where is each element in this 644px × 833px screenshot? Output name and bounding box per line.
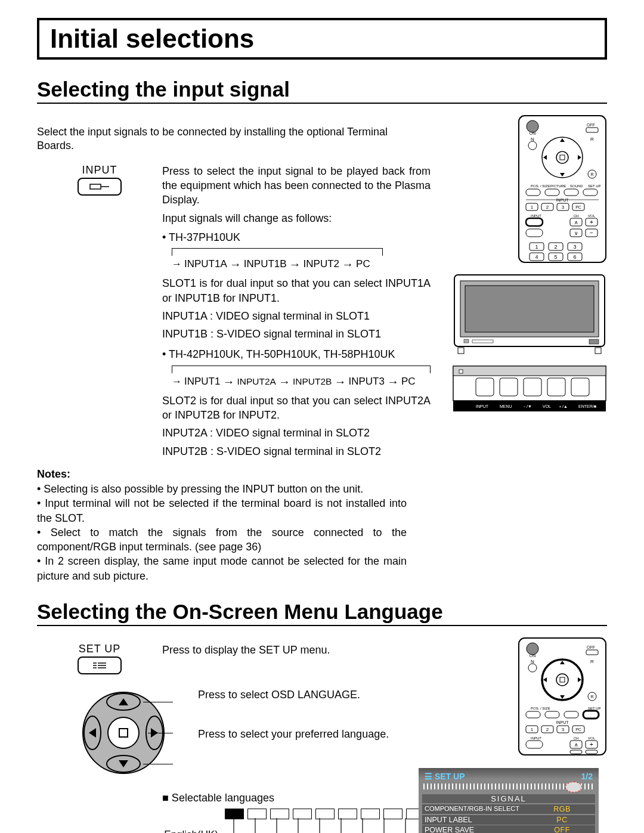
- slot1-c: INPUT1B : S-VIDEO signal terminal in SLO…: [162, 327, 431, 341]
- control-panel-illustration: INPUT MENU －/▼ VOL ＋/▲ ENTER/■: [452, 365, 607, 413]
- svg-text:VOL: VOL: [588, 214, 596, 218]
- svg-rect-65: [464, 339, 469, 343]
- setup-remote-button[interactable]: [78, 657, 122, 674]
- svg-text:PC: PC: [575, 205, 581, 209]
- model-b: • TH-42PH10UK, TH-50PH10UK, TH-58PH10UK: [162, 347, 431, 361]
- svg-text:MENU: MENU: [500, 404, 512, 408]
- svg-text:∨: ∨: [574, 230, 578, 236]
- svg-text:3: 3: [573, 244, 576, 250]
- svg-text:6: 6: [573, 254, 576, 260]
- lang-0: English(UK): [162, 829, 218, 833]
- svg-text:+: +: [590, 219, 593, 225]
- slot2-a: SLOT2 is for dual input so that you can …: [162, 394, 431, 423]
- svg-rect-75: [524, 378, 541, 396]
- svg-text:POS. / SIZE: POS. / SIZE: [531, 707, 550, 710]
- svg-text:INPUT: INPUT: [556, 720, 569, 724]
- svg-text:－/▼: －/▼: [522, 404, 532, 408]
- svg-rect-0: [90, 184, 101, 189]
- slot2-b: INPUT2A : VIDEO signal terminal in SLOT2: [162, 426, 431, 440]
- svg-text:INPUT: INPUT: [476, 404, 489, 408]
- input-button-icon: [89, 182, 110, 191]
- osd-page: 1/2: [581, 772, 593, 781]
- svg-text:VOL: VOL: [588, 736, 596, 740]
- svg-text:R: R: [590, 659, 594, 664]
- notes-label: Notes:: [37, 468, 407, 481]
- svg-text:3: 3: [562, 727, 565, 732]
- osd-signal[interactable]: SIGNAL: [422, 794, 595, 803]
- svg-text:+: +: [590, 741, 593, 748]
- svg-text:4: 4: [535, 254, 538, 260]
- seq-b-2: INPUT2B: [293, 376, 332, 388]
- notes-list: Selecting is also possible by pressing t…: [37, 482, 407, 583]
- slot1-b: INPUT1A : VIDEO signal terminal in SLOT1: [162, 309, 431, 323]
- selectable-languages-label: ■ Selectable languages: [162, 791, 407, 805]
- svg-text:∧: ∧: [574, 219, 578, 225]
- step1: Press to display the SET UP menu.: [162, 643, 407, 657]
- menu-icon: [91, 661, 109, 670]
- svg-text:R: R: [590, 172, 593, 176]
- seq-a-1: INPUT1B: [244, 258, 287, 271]
- svg-text:1: 1: [531, 727, 534, 732]
- remote-illustration-2: ON OFF N R R POS. / SIZE SET UP: [518, 637, 607, 756]
- svg-text:＋/▲: ＋/▲: [558, 404, 568, 408]
- svg-text:∧: ∧: [574, 742, 578, 748]
- svg-text:INPUT: INPUT: [556, 198, 569, 202]
- svg-text:SOUND: SOUND: [570, 184, 583, 188]
- osd-title: ☰SET UP: [425, 772, 465, 781]
- section1-intro: Select the input signals to be connected…: [37, 125, 407, 153]
- svg-text:1: 1: [531, 205, 534, 210]
- svg-rect-74: [500, 378, 518, 396]
- svg-text:3: 3: [562, 205, 565, 210]
- svg-rect-64: [465, 286, 594, 332]
- tv-illustration: [452, 272, 607, 356]
- section1-heading: Selecting the input signal: [37, 78, 607, 104]
- svg-rect-77: [571, 378, 589, 396]
- seq-b-0: INPUT1: [184, 375, 220, 389]
- slot2-c: INPUT2B : S-VIDEO signal terminal in SLO…: [162, 444, 431, 459]
- svg-rect-72: [459, 370, 463, 373]
- seq-a-3: PC: [356, 258, 370, 271]
- svg-rect-69: [595, 348, 601, 354]
- setup-button-label: SET UP: [37, 643, 162, 655]
- osd-row-2[interactable]: POWER SAVEOFF: [422, 825, 595, 833]
- svg-point-3: [527, 120, 538, 132]
- svg-text:OFF: OFF: [587, 645, 595, 649]
- svg-rect-76: [547, 378, 565, 396]
- svg-text:PICTURE: PICTURE: [550, 184, 566, 188]
- section2-heading: Selecting the On-Screen Menu Language: [37, 600, 607, 626]
- page-title-box: Initial selections: [37, 18, 607, 60]
- svg-text:1: 1: [535, 244, 538, 250]
- svg-text:PC: PC: [575, 727, 581, 732]
- input-remote-button[interactable]: [78, 178, 122, 196]
- svg-text:ON: ON: [530, 131, 536, 135]
- seq-b-1: INPUT2A: [237, 376, 275, 388]
- svg-text:OFF: OFF: [587, 123, 595, 127]
- sequence-a: → INPUT1A → INPUT1B → INPUT2 → PC: [168, 248, 383, 272]
- desc1: Press to select the input signal to be p…: [162, 164, 431, 208]
- note-3: In 2 screen display, the same input mode…: [37, 554, 407, 583]
- seq-b-4: PC: [401, 375, 416, 389]
- svg-text:SET UP: SET UP: [588, 184, 601, 188]
- svg-rect-67: [589, 339, 599, 344]
- svg-text:−: −: [590, 230, 593, 236]
- svg-rect-68: [458, 348, 464, 354]
- sequence-b: → INPUT1 → INPUT2A → INPUT2B → INPUT3 → …: [168, 366, 431, 390]
- svg-text:CH: CH: [574, 736, 579, 740]
- svg-text:INPUT: INPUT: [531, 214, 541, 218]
- osd-slider[interactable]: [423, 784, 594, 789]
- slot1-a: SLOT1 is for dual input so that you can …: [162, 276, 431, 305]
- note-0: Selecting is also possible by pressing t…: [37, 482, 407, 496]
- input-button-label: INPUT: [37, 164, 162, 176]
- svg-text:CH: CH: [574, 214, 579, 218]
- svg-text:VOL: VOL: [543, 404, 551, 408]
- model-a: • TH-37PH10UK: [162, 230, 431, 244]
- svg-rect-73: [476, 378, 494, 396]
- svg-text:ON: ON: [530, 654, 536, 658]
- svg-text:POS. / SIZE: POS. / SIZE: [531, 184, 550, 188]
- svg-point-121: [527, 643, 538, 655]
- svg-text:2: 2: [554, 244, 557, 250]
- svg-text:R: R: [590, 695, 593, 699]
- osd-row-0[interactable]: COMPONENT/RGB-IN SELECTRGB: [422, 804, 595, 814]
- osd-row-1[interactable]: INPUT LABELPC: [422, 815, 595, 825]
- seq-a-0: INPUT1A: [184, 258, 227, 271]
